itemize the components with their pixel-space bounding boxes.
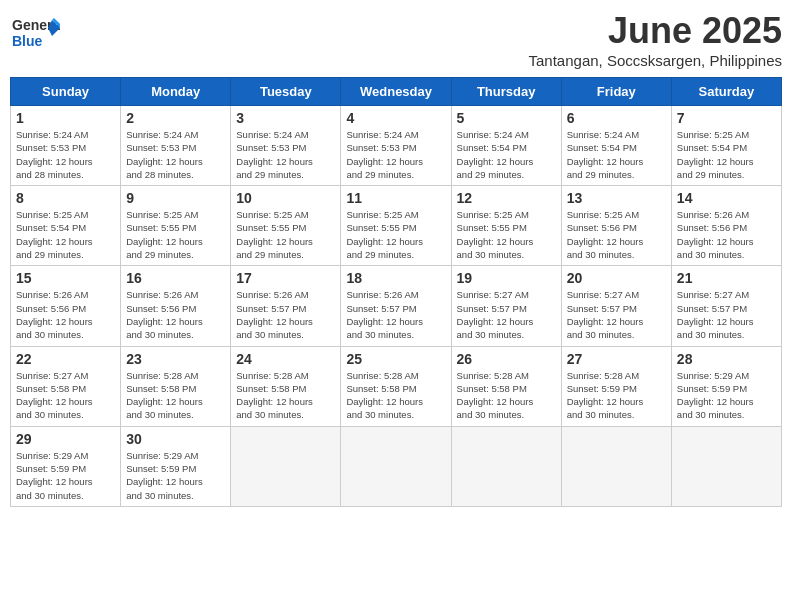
day-number: 7 (677, 110, 776, 126)
calendar-cell: 29Sunrise: 5:29 AM Sunset: 5:59 PM Dayli… (11, 426, 121, 506)
day-number: 6 (567, 110, 666, 126)
day-number: 10 (236, 190, 335, 206)
day-info: Sunrise: 5:25 AM Sunset: 5:54 PM Dayligh… (677, 128, 776, 181)
calendar-cell: 6Sunrise: 5:24 AM Sunset: 5:54 PM Daylig… (561, 106, 671, 186)
day-info: Sunrise: 5:28 AM Sunset: 5:59 PM Dayligh… (567, 369, 666, 422)
calendar-cell: 16Sunrise: 5:26 AM Sunset: 5:56 PM Dayli… (121, 266, 231, 346)
calendar-cell: 1Sunrise: 5:24 AM Sunset: 5:53 PM Daylig… (11, 106, 121, 186)
calendar-cell: 15Sunrise: 5:26 AM Sunset: 5:56 PM Dayli… (11, 266, 121, 346)
day-number: 1 (16, 110, 115, 126)
day-number: 8 (16, 190, 115, 206)
day-info: Sunrise: 5:24 AM Sunset: 5:53 PM Dayligh… (16, 128, 115, 181)
day-info: Sunrise: 5:25 AM Sunset: 5:55 PM Dayligh… (457, 208, 556, 261)
day-number: 3 (236, 110, 335, 126)
day-info: Sunrise: 5:24 AM Sunset: 5:54 PM Dayligh… (567, 128, 666, 181)
day-number: 14 (677, 190, 776, 206)
calendar-cell: 12Sunrise: 5:25 AM Sunset: 5:55 PM Dayli… (451, 186, 561, 266)
day-info: Sunrise: 5:24 AM Sunset: 5:53 PM Dayligh… (126, 128, 225, 181)
day-number: 18 (346, 270, 445, 286)
day-info: Sunrise: 5:25 AM Sunset: 5:56 PM Dayligh… (567, 208, 666, 261)
calendar-table: Sunday Monday Tuesday Wednesday Thursday… (10, 77, 782, 507)
day-info: Sunrise: 5:26 AM Sunset: 5:56 PM Dayligh… (126, 288, 225, 341)
title-area: June 2025 Tantangan, Soccsksargen, Phili… (529, 10, 783, 69)
calendar-cell: 19Sunrise: 5:27 AM Sunset: 5:57 PM Dayli… (451, 266, 561, 346)
header-sunday: Sunday (11, 78, 121, 106)
day-number: 27 (567, 351, 666, 367)
day-number: 25 (346, 351, 445, 367)
calendar-cell (341, 426, 451, 506)
day-number: 21 (677, 270, 776, 286)
day-info: Sunrise: 5:25 AM Sunset: 5:55 PM Dayligh… (236, 208, 335, 261)
calendar-cell (451, 426, 561, 506)
day-number: 11 (346, 190, 445, 206)
calendar-cell: 24Sunrise: 5:28 AM Sunset: 5:58 PM Dayli… (231, 346, 341, 426)
day-info: Sunrise: 5:26 AM Sunset: 5:56 PM Dayligh… (677, 208, 776, 261)
day-info: Sunrise: 5:28 AM Sunset: 5:58 PM Dayligh… (236, 369, 335, 422)
day-info: Sunrise: 5:24 AM Sunset: 5:53 PM Dayligh… (236, 128, 335, 181)
calendar-cell: 21Sunrise: 5:27 AM Sunset: 5:57 PM Dayli… (671, 266, 781, 346)
calendar-cell: 30Sunrise: 5:29 AM Sunset: 5:59 PM Dayli… (121, 426, 231, 506)
calendar-cell: 25Sunrise: 5:28 AM Sunset: 5:58 PM Dayli… (341, 346, 451, 426)
day-number: 4 (346, 110, 445, 126)
calendar-cell: 27Sunrise: 5:28 AM Sunset: 5:59 PM Dayli… (561, 346, 671, 426)
logo-image: General Blue (10, 10, 60, 64)
day-info: Sunrise: 5:29 AM Sunset: 5:59 PM Dayligh… (677, 369, 776, 422)
day-number: 20 (567, 270, 666, 286)
calendar-cell: 3Sunrise: 5:24 AM Sunset: 5:53 PM Daylig… (231, 106, 341, 186)
calendar-cell: 20Sunrise: 5:27 AM Sunset: 5:57 PM Dayli… (561, 266, 671, 346)
calendar-cell: 22Sunrise: 5:27 AM Sunset: 5:58 PM Dayli… (11, 346, 121, 426)
day-number: 30 (126, 431, 225, 447)
day-info: Sunrise: 5:26 AM Sunset: 5:57 PM Dayligh… (346, 288, 445, 341)
calendar-cell (671, 426, 781, 506)
calendar-cell: 5Sunrise: 5:24 AM Sunset: 5:54 PM Daylig… (451, 106, 561, 186)
day-number: 17 (236, 270, 335, 286)
day-number: 26 (457, 351, 556, 367)
header-tuesday: Tuesday (231, 78, 341, 106)
calendar-cell: 2Sunrise: 5:24 AM Sunset: 5:53 PM Daylig… (121, 106, 231, 186)
calendar-cell: 10Sunrise: 5:25 AM Sunset: 5:55 PM Dayli… (231, 186, 341, 266)
day-info: Sunrise: 5:24 AM Sunset: 5:54 PM Dayligh… (457, 128, 556, 181)
day-info: Sunrise: 5:27 AM Sunset: 5:57 PM Dayligh… (567, 288, 666, 341)
day-info: Sunrise: 5:26 AM Sunset: 5:56 PM Dayligh… (16, 288, 115, 341)
calendar-cell: 26Sunrise: 5:28 AM Sunset: 5:58 PM Dayli… (451, 346, 561, 426)
day-number: 2 (126, 110, 225, 126)
day-number: 28 (677, 351, 776, 367)
calendar-cell: 9Sunrise: 5:25 AM Sunset: 5:55 PM Daylig… (121, 186, 231, 266)
svg-text:Blue: Blue (12, 33, 43, 49)
day-number: 16 (126, 270, 225, 286)
header-thursday: Thursday (451, 78, 561, 106)
day-number: 24 (236, 351, 335, 367)
calendar-subtitle: Tantangan, Soccsksargen, Philippines (529, 52, 783, 69)
calendar-cell: 23Sunrise: 5:28 AM Sunset: 5:58 PM Dayli… (121, 346, 231, 426)
day-info: Sunrise: 5:27 AM Sunset: 5:57 PM Dayligh… (457, 288, 556, 341)
day-number: 23 (126, 351, 225, 367)
calendar-cell: 8Sunrise: 5:25 AM Sunset: 5:54 PM Daylig… (11, 186, 121, 266)
calendar-week-row: 22Sunrise: 5:27 AM Sunset: 5:58 PM Dayli… (11, 346, 782, 426)
day-info: Sunrise: 5:24 AM Sunset: 5:53 PM Dayligh… (346, 128, 445, 181)
day-number: 22 (16, 351, 115, 367)
logo: General Blue (10, 10, 60, 64)
day-info: Sunrise: 5:25 AM Sunset: 5:55 PM Dayligh… (346, 208, 445, 261)
day-info: Sunrise: 5:29 AM Sunset: 5:59 PM Dayligh… (126, 449, 225, 502)
calendar-cell (231, 426, 341, 506)
calendar-cell (561, 426, 671, 506)
day-info: Sunrise: 5:27 AM Sunset: 5:57 PM Dayligh… (677, 288, 776, 341)
header-monday: Monday (121, 78, 231, 106)
calendar-cell: 17Sunrise: 5:26 AM Sunset: 5:57 PM Dayli… (231, 266, 341, 346)
day-number: 15 (16, 270, 115, 286)
calendar-week-row: 29Sunrise: 5:29 AM Sunset: 5:59 PM Dayli… (11, 426, 782, 506)
calendar-week-row: 15Sunrise: 5:26 AM Sunset: 5:56 PM Dayli… (11, 266, 782, 346)
calendar-cell: 4Sunrise: 5:24 AM Sunset: 5:53 PM Daylig… (341, 106, 451, 186)
day-info: Sunrise: 5:28 AM Sunset: 5:58 PM Dayligh… (126, 369, 225, 422)
day-info: Sunrise: 5:25 AM Sunset: 5:54 PM Dayligh… (16, 208, 115, 261)
day-info: Sunrise: 5:28 AM Sunset: 5:58 PM Dayligh… (346, 369, 445, 422)
header-wednesday: Wednesday (341, 78, 451, 106)
page-header: General Blue June 2025 Tantangan, Soccsk… (10, 10, 782, 69)
day-info: Sunrise: 5:26 AM Sunset: 5:57 PM Dayligh… (236, 288, 335, 341)
calendar-week-row: 8Sunrise: 5:25 AM Sunset: 5:54 PM Daylig… (11, 186, 782, 266)
day-number: 13 (567, 190, 666, 206)
day-number: 29 (16, 431, 115, 447)
header-saturday: Saturday (671, 78, 781, 106)
calendar-cell: 28Sunrise: 5:29 AM Sunset: 5:59 PM Dayli… (671, 346, 781, 426)
calendar-title: June 2025 (529, 10, 783, 52)
